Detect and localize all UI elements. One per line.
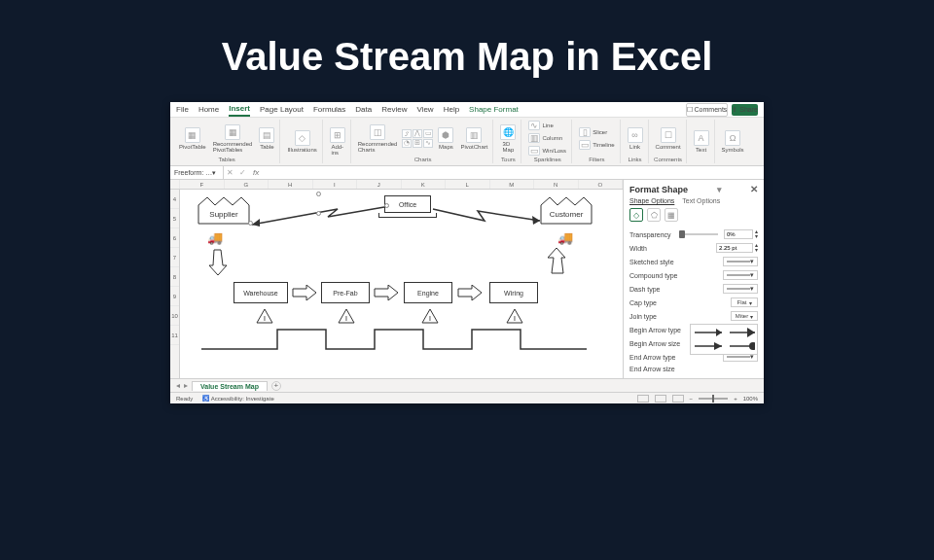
sheet-nav-next-icon[interactable]: ▸ xyxy=(184,381,188,390)
selection-handle[interactable] xyxy=(248,221,253,226)
truck-icon[interactable]: 🚚 xyxy=(207,230,223,245)
group-charts: ◫Recommended Charts ⫽⋀▭ ◔⊞∿ ⬢Maps ▥Pivot… xyxy=(353,120,494,163)
comment-button[interactable]: ☐Comment xyxy=(654,126,683,151)
rec-charts-button[interactable]: ◫Recommended Charts xyxy=(356,123,400,154)
page-layout-view-icon[interactable] xyxy=(655,395,666,402)
spark-winloss[interactable]: ▭Win/Loss xyxy=(526,145,568,157)
tab-file[interactable]: File xyxy=(176,103,189,116)
group-sparklines: ∿Line ▥Column ▭Win/Loss Sparklines xyxy=(523,120,572,163)
zoom-slider[interactable] xyxy=(699,398,728,400)
office-shape[interactable]: Office xyxy=(384,195,431,213)
inventory-triangle[interactable]: I xyxy=(338,308,355,324)
spark-line[interactable]: ∿Line xyxy=(526,120,568,131)
svg-text:I: I xyxy=(429,315,431,322)
inventory-triangle[interactable]: I xyxy=(506,308,523,324)
prefab-box[interactable]: Pre-Fab xyxy=(321,282,370,303)
material-arrow[interactable] xyxy=(456,285,484,300)
tab-insert[interactable]: Insert xyxy=(229,102,250,117)
panel-dropdown-icon[interactable]: ▾ xyxy=(717,185,722,194)
sketched-dropdown[interactable]: ▾ xyxy=(723,257,758,266)
arrow-preview-flyout[interactable] xyxy=(690,324,758,355)
symbols-button[interactable]: ΩSymbols xyxy=(720,129,746,154)
zoom-out-icon[interactable]: − xyxy=(690,396,694,402)
supplier-shape[interactable]: Supplier xyxy=(198,193,250,225)
transparency-row: Transparency ▴▾ xyxy=(629,228,758,241)
chart-types[interactable]: ⫽⋀▭ ◔⊞∿ xyxy=(402,129,433,148)
maps-button[interactable]: ⬢Maps xyxy=(436,126,455,151)
share-button[interactable]: ⇪ Share xyxy=(732,104,758,116)
push-arrow-up[interactable] xyxy=(548,246,567,275)
comments-button[interactable]: ☐ Comments xyxy=(686,103,729,117)
ribbon-body: ▦PivotTable ▦Recommended PivotTables ▤Ta… xyxy=(170,118,764,166)
close-icon[interactable]: ✕ xyxy=(750,184,758,194)
pivotchart-button[interactable]: ▥PivotChart xyxy=(458,126,489,151)
dash-dropdown[interactable]: ▾ xyxy=(723,284,758,294)
pivottable-button[interactable]: ▦PivotTable xyxy=(177,126,208,151)
spark-column[interactable]: ▥Column xyxy=(526,132,568,144)
tab-view[interactable]: View xyxy=(416,103,433,116)
effects-icon[interactable]: ⬠ xyxy=(647,208,661,222)
engine-box[interactable]: Engine xyxy=(404,282,452,303)
diagram-canvas[interactable]: Supplier Office Customer 🚚 xyxy=(180,190,623,378)
push-arrow-down[interactable] xyxy=(209,248,229,277)
selection-handle[interactable] xyxy=(384,203,389,208)
3dmap-button[interactable]: 🌐3D Map xyxy=(498,123,518,154)
fx-icon[interactable]: fx xyxy=(249,168,263,177)
tab-review[interactable]: Review xyxy=(381,103,407,116)
warehouse-box[interactable]: Warehouse xyxy=(234,282,288,303)
cancel-icon[interactable]: ✕ xyxy=(224,168,236,177)
link-button[interactable]: ∞Link xyxy=(626,126,645,151)
wiring-box[interactable]: Wiring xyxy=(489,282,538,303)
accessibility-status[interactable]: ♿ Accessibility: Investigate xyxy=(202,395,273,402)
name-box[interactable]: Freeform: … ▾ xyxy=(170,166,224,179)
material-arrow[interactable] xyxy=(291,285,318,300)
cap-dropdown[interactable]: Flat ▾ xyxy=(731,298,758,307)
size-props-icon[interactable]: ▦ xyxy=(665,208,678,222)
sheet-nav-prev-icon[interactable]: ◂ xyxy=(176,381,180,390)
tab-page-layout[interactable]: Page Layout xyxy=(260,103,304,116)
fill-line-icon[interactable]: ◇ xyxy=(629,208,643,222)
inventory-triangle[interactable]: I xyxy=(421,308,439,324)
add-sheet-button[interactable]: + xyxy=(271,381,281,391)
customer-shape[interactable]: Customer xyxy=(540,193,593,225)
status-bar: Ready ♿ Accessibility: Investigate − + 1… xyxy=(170,392,764,403)
status-ready: Ready xyxy=(176,396,193,402)
inventory-triangle[interactable]: I xyxy=(256,308,273,324)
rec-pivottable-button[interactable]: ▦Recommended PivotTables xyxy=(211,123,255,154)
zoom-in-icon[interactable]: + xyxy=(734,396,737,402)
stepper-icon[interactable]: ▴▾ xyxy=(755,243,758,253)
text-button[interactable]: AText xyxy=(692,129,711,154)
width-input[interactable] xyxy=(716,243,753,253)
compound-dropdown[interactable]: ▾ xyxy=(723,270,758,280)
normal-view-icon[interactable] xyxy=(637,395,649,402)
tab-shape-format[interactable]: Shape Format xyxy=(469,103,519,116)
table-button[interactable]: ▤Table xyxy=(257,126,276,151)
material-arrow[interactable] xyxy=(373,285,400,300)
truck-icon[interactable]: 🚚 xyxy=(557,230,573,245)
group-comments: ☐Comment Comments xyxy=(651,120,687,163)
tab-help[interactable]: Help xyxy=(444,103,459,116)
illustrations-button[interactable]: ◇Illustrations xyxy=(285,129,318,154)
text-options-tab[interactable]: Text Options xyxy=(682,197,720,204)
sheet-tab[interactable]: Value Stream Map xyxy=(192,381,268,391)
tab-formulas[interactable]: Formulas xyxy=(313,103,345,116)
addins-button[interactable]: ⊞Add- ins xyxy=(328,126,347,157)
tab-data[interactable]: Data xyxy=(355,103,372,116)
accept-icon[interactable]: ✓ xyxy=(236,168,249,177)
sheet-area[interactable]: FGHIJKLMNO 4567891011 Supplier Office Cu… xyxy=(170,180,623,378)
slicer-button[interactable]: ▯Slicer xyxy=(577,126,616,138)
rotate-handle[interactable] xyxy=(316,192,321,196)
info-flow-right[interactable] xyxy=(431,199,542,228)
transparency-slider[interactable] xyxy=(679,233,718,235)
shape-options-tab[interactable]: Shape Options xyxy=(629,197,674,204)
join-dropdown[interactable]: Miter ▾ xyxy=(731,311,758,321)
tab-home[interactable]: Home xyxy=(198,103,219,116)
timeline[interactable] xyxy=(199,326,589,351)
timeline-button[interactable]: ▭Timeline xyxy=(577,139,616,151)
svg-marker-17 xyxy=(747,328,755,337)
stepper-icon[interactable]: ▴▾ xyxy=(755,229,758,239)
page-break-view-icon[interactable] xyxy=(672,395,684,402)
zoom-level[interactable]: 100% xyxy=(743,396,758,402)
transparency-input[interactable] xyxy=(724,229,753,239)
selection-handle[interactable] xyxy=(316,211,321,216)
